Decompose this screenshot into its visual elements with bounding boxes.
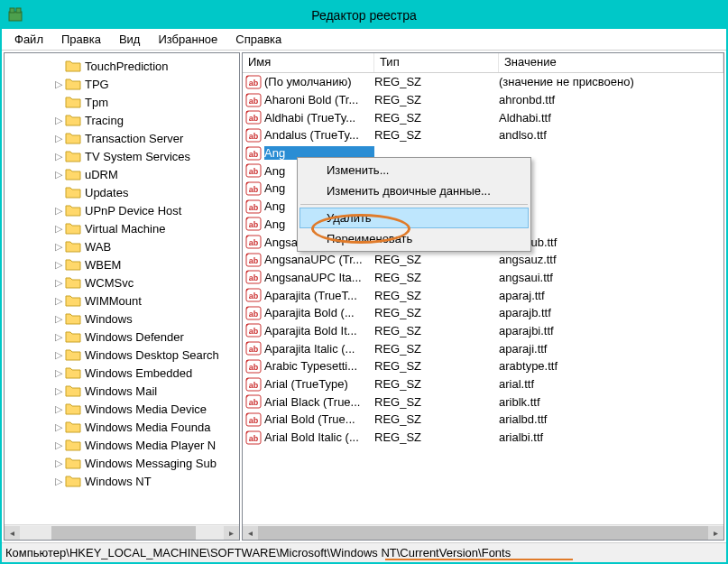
column-name[interactable]: Имя xyxy=(243,53,374,72)
tree-item[interactable]: ▷Windows NT xyxy=(5,472,239,490)
expander-icon[interactable] xyxy=(53,97,63,107)
scroll-left-icon[interactable]: ◂ xyxy=(243,526,258,540)
expander-icon[interactable]: ▷ xyxy=(53,242,63,252)
tree-item[interactable]: ▷TV System Services xyxy=(5,147,239,165)
value-row[interactable]: abAparajita Italic (...REG_SZaparaji.ttf xyxy=(243,339,723,357)
tree-item[interactable]: ▷WIMMount xyxy=(5,291,239,310)
tree-item[interactable]: ▷UPnP Device Host xyxy=(5,201,239,219)
value-row[interactable]: abAharoni Bold (Tr...REG_SZahronbd.ttf xyxy=(243,91,723,109)
value-row[interactable]: abAndalus (TrueTy...REG_SZandlso.ttf xyxy=(243,126,723,144)
tree-item[interactable]: ▷Windows Messaging Sub xyxy=(5,454,239,472)
scroll-thumb[interactable] xyxy=(51,526,196,540)
value-row[interactable]: ab(По умолчанию)REG_SZ(значение не присв… xyxy=(243,73,723,91)
expander-icon[interactable]: ▷ xyxy=(53,206,63,216)
tree-item[interactable]: ▷WAB xyxy=(5,237,239,255)
value-row[interactable]: abArial Black (True...REG_SZariblk.ttf xyxy=(243,393,723,411)
ctx-modify[interactable]: Изменить... xyxy=(299,160,529,180)
expander-icon[interactable]: ▷ xyxy=(53,134,63,143)
scroll-right-icon[interactable]: ▸ xyxy=(224,526,239,540)
ctx-delete[interactable]: Удалить xyxy=(299,208,529,228)
context-menu: Изменить... Изменить двоичные данные... … xyxy=(297,157,531,252)
value-row[interactable]: abArial (TrueType)REG_SZarial.ttf xyxy=(243,375,723,393)
tree-item[interactable]: ▷Windows Desktop Search xyxy=(5,346,239,364)
expander-icon[interactable] xyxy=(53,61,63,71)
column-value[interactable]: Значение xyxy=(499,53,723,72)
value-name: Aharoni Bold (Tr... xyxy=(264,93,374,106)
value-row[interactable]: abAngsanaUPC Ita...REG_SZangsaui.ttf xyxy=(243,269,723,287)
expander-icon[interactable]: ▷ xyxy=(53,79,63,89)
expander-icon[interactable]: ▷ xyxy=(53,386,63,396)
tree-item[interactable]: ▷Virtual Machine xyxy=(5,219,239,237)
folder-icon xyxy=(65,168,81,180)
menu-edit[interactable]: Правка xyxy=(52,31,110,48)
tree-hscroll[interactable]: ◂ ▸ xyxy=(5,524,239,540)
tree-item[interactable]: Updates xyxy=(5,183,239,201)
value-name: Aparajita Italic (... xyxy=(264,342,374,356)
expander-icon[interactable]: ▷ xyxy=(53,296,63,306)
string-value-icon: ab xyxy=(244,93,263,107)
expander-icon[interactable]: ▷ xyxy=(53,404,63,414)
expander-icon[interactable]: ▷ xyxy=(53,260,63,270)
scroll-thumb[interactable] xyxy=(258,526,708,540)
expander-icon[interactable]: ▷ xyxy=(53,440,63,450)
values-hscroll[interactable]: ◂ ▸ xyxy=(243,524,723,540)
tree-item[interactable]: ▷Windows Mail xyxy=(5,382,239,400)
menu-help[interactable]: Справка xyxy=(226,31,290,48)
expander-icon[interactable]: ▷ xyxy=(53,116,63,125)
tree-item[interactable]: ▷Windows Embedded xyxy=(5,364,239,382)
ctx-modify-binary[interactable]: Изменить двоичные данные... xyxy=(299,180,529,201)
value-row[interactable]: abAldhabi (TrueTy...REG_SZAldhabi.ttf xyxy=(243,108,723,126)
value-row[interactable]: abAparajita Bold (...REG_SZaparajb.ttf xyxy=(243,304,723,322)
tree-item[interactable]: ▷Tracing xyxy=(5,111,239,129)
values-body[interactable]: Изменить... Изменить двоичные данные... … xyxy=(243,73,723,524)
scroll-right-icon[interactable]: ▸ xyxy=(708,526,723,540)
folder-icon xyxy=(65,402,81,415)
tree-item[interactable]: ▷uDRM xyxy=(5,165,239,183)
tree-item[interactable]: ▷Windows Media Player N xyxy=(5,436,239,454)
scroll-track[interactable] xyxy=(258,526,708,540)
string-value-icon: ab xyxy=(244,394,263,409)
scroll-left-icon[interactable]: ◂ xyxy=(5,526,20,540)
expander-icon[interactable]: ▷ xyxy=(53,278,63,288)
expander-icon[interactable]: ▷ xyxy=(53,152,63,162)
menu-file[interactable]: Файл xyxy=(5,31,52,48)
tree-item[interactable]: TouchPrediction xyxy=(5,57,239,75)
expander-icon[interactable]: ▷ xyxy=(53,422,63,432)
tree-item[interactable]: Tpm xyxy=(5,93,239,111)
menu-view[interactable]: Вид xyxy=(110,31,150,48)
tree-item[interactable]: ▷WBEM xyxy=(5,255,239,273)
tree-body[interactable]: TouchPrediction▷TPGTpm▷Tracing▷Transacti… xyxy=(5,53,239,524)
tree-item[interactable]: ▷Windows Defender xyxy=(5,328,239,346)
expander-icon[interactable]: ▷ xyxy=(53,314,63,324)
tree-item[interactable]: ▷Transaction Server xyxy=(5,129,239,147)
tree-item-label: Transaction Server xyxy=(85,132,183,145)
expander-icon[interactable]: ▷ xyxy=(53,476,63,486)
tree-item[interactable]: ▷Windows Media Device xyxy=(5,400,239,418)
value-row[interactable]: abAparajita Bold It...REG_SZaparajbi.ttf xyxy=(243,322,723,340)
value-row[interactable]: abArial Bold (True...REG_SZarialbd.ttf xyxy=(243,411,723,429)
scroll-track[interactable] xyxy=(20,526,224,540)
value-type: REG_SZ xyxy=(374,75,499,88)
ctx-rename[interactable]: Переименовать xyxy=(299,228,529,249)
tree-item[interactable]: ▷WCMSvc xyxy=(5,273,239,291)
expander-icon[interactable]: ▷ xyxy=(53,350,63,360)
column-type[interactable]: Тип xyxy=(374,53,499,72)
expander-icon[interactable]: ▷ xyxy=(53,224,63,234)
svg-text:ab: ab xyxy=(249,238,259,247)
tree-item[interactable]: ▷TPG xyxy=(5,75,239,93)
expander-icon[interactable]: ▷ xyxy=(53,458,63,468)
value-row[interactable]: abAngsanaUPC (Tr...REG_SZangsauz.ttf xyxy=(243,251,723,269)
tree-item[interactable]: ▷Windows Media Founda xyxy=(5,418,239,436)
value-row[interactable]: abArial Bold Italic (...REG_SZarialbi.tt… xyxy=(243,429,723,447)
expander-icon[interactable] xyxy=(53,188,63,198)
expander-icon[interactable]: ▷ xyxy=(53,170,63,180)
expander-icon[interactable]: ▷ xyxy=(53,332,63,342)
tree-item[interactable]: ▷Windows xyxy=(5,310,239,328)
value-row[interactable]: abArabic Typesetti...REG_SZarabtype.ttf xyxy=(243,357,723,375)
expander-icon[interactable]: ▷ xyxy=(53,368,63,378)
svg-text:ab: ab xyxy=(249,220,259,229)
value-data: ariblk.ttf xyxy=(499,395,723,409)
menu-favorites[interactable]: Избранное xyxy=(149,31,226,48)
value-row[interactable]: abAparajita (TrueT...REG_SZaparaj.ttf xyxy=(243,286,723,304)
titlebar[interactable]: Редактор реестра xyxy=(2,2,726,29)
